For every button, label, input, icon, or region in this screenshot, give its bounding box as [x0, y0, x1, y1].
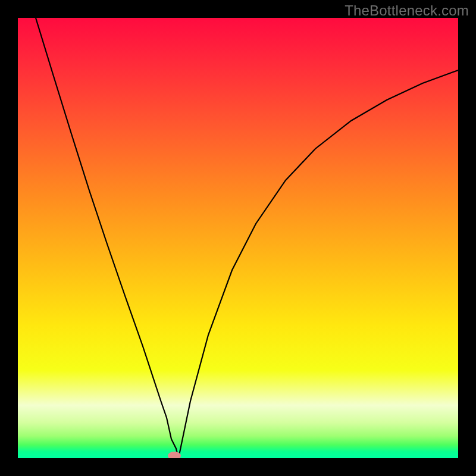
plot-area	[18, 18, 458, 458]
chart-stage: TheBottleneck.com	[0, 0, 476, 476]
gradient-background	[18, 18, 458, 458]
attribution-text: TheBottleneck.com	[345, 2, 469, 19]
